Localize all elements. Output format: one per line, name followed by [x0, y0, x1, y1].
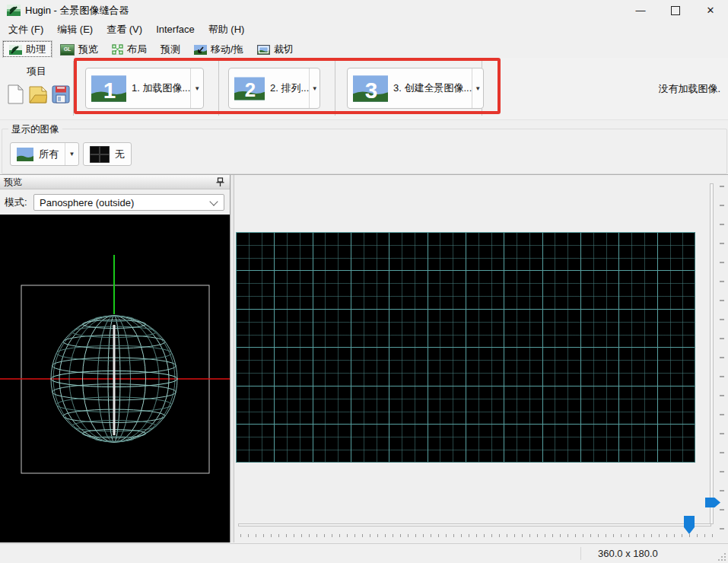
all-images-landscape-icon [17, 148, 33, 161]
menu-help[interactable]: 帮助 (H) [202, 21, 252, 39]
horizontal-ruler-ticks [240, 534, 717, 537]
step2-landscape-icon: 2 [234, 76, 265, 101]
statusbar-divider [580, 547, 581, 560]
show-all-main[interactable]: 所有 [11, 143, 65, 165]
menu-interface[interactable]: Interface [149, 21, 202, 37]
panorama-size-text: 360.0 x 180.0 [598, 548, 658, 559]
show-none-main[interactable]: 无 [84, 143, 131, 165]
pin-icon[interactable] [216, 177, 224, 189]
step1-landscape-icon: 1 [91, 75, 126, 102]
menu-view[interactable]: 查看 (V) [100, 21, 149, 39]
svg-text:2: 2 [245, 79, 256, 100]
maximize-icon [671, 6, 680, 15]
assistant-toolbar: 项目 [0, 58, 728, 120]
layout-icon [112, 44, 123, 55]
tab-label: 裁切 [274, 43, 294, 56]
step1-main[interactable]: 1 1. 加载图像... [86, 68, 190, 108]
statusbar: 360.0 x 180.0 [0, 543, 728, 563]
show-all-dropdown-arrow[interactable]: ▼ [65, 143, 78, 165]
menu-edit[interactable]: 编辑 (E) [50, 21, 100, 39]
tabbar: 助理 GL 预览 布局 预测 [0, 38, 728, 58]
show-none-label: 无 [115, 148, 125, 161]
tab-crop[interactable]: 裁切 [251, 41, 300, 58]
minimize-button[interactable]: — [623, 0, 658, 21]
new-project-button[interactable] [5, 84, 26, 105]
show-all-label: 所有 [39, 148, 59, 161]
step2-main[interactable]: 2 2. 排列... [229, 68, 309, 108]
move-drag-icon [194, 45, 207, 55]
window-controls: — ✕ [623, 0, 728, 21]
toolbar-separator [335, 61, 335, 116]
preview-panel-header: 预览 [0, 175, 230, 189]
tab-move-drag[interactable]: 移动/拖 [188, 41, 250, 58]
hugin-window: Hugin - 全景图像缝合器 — ✕ 文件 (F) 编辑 (E) 查看 (V)… [0, 0, 728, 563]
save-project-button[interactable] [50, 84, 72, 105]
step3-dropdown-arrow[interactable]: ▼ [472, 68, 483, 108]
tab-preview-gl[interactable]: GL 预览 [54, 41, 104, 58]
step2-label: 2. 排列... [270, 81, 309, 95]
window-title: Hugin - 全景图像缝合器 [25, 4, 129, 17]
panosphere-3d-view[interactable] [0, 215, 230, 542]
tab-layout[interactable]: 布局 [106, 41, 153, 58]
displayed-images-group: 显示的图像 所有 ▼ 无 [2, 129, 727, 174]
projection-mode-value: Panosphere (outside) [34, 197, 134, 208]
maximize-button[interactable] [658, 0, 693, 21]
no-images-status-text: 没有加载图像. [658, 82, 720, 96]
vertical-ruler-ticks [720, 186, 724, 533]
step1-label: 1. 加载图像... [132, 81, 190, 95]
tab-label: 助理 [26, 43, 46, 56]
preview-panel-title: 预览 [4, 176, 22, 189]
tab-assistant[interactable]: 助理 [2, 40, 52, 58]
open-project-button[interactable] [27, 84, 49, 105]
step3-create-panorama-button[interactable]: 3 3. 创建全景图像... ▼ [347, 68, 484, 109]
step2-align-button[interactable]: 2 2. 排列... ▼ [228, 68, 320, 109]
tab-projection[interactable]: 预测 [154, 41, 186, 58]
tab-label: 移动/拖 [211, 43, 243, 56]
none-images-grid-icon [90, 146, 110, 163]
minimize-icon: — [636, 5, 646, 16]
titlebar: Hugin - 全景图像缝合器 — ✕ [0, 0, 728, 21]
mode-row: 模式: Panosphere (outside) [0, 189, 230, 215]
hugin-logo-icon [7, 5, 21, 16]
svg-text:3: 3 [365, 77, 378, 101]
new-file-icon [7, 84, 24, 104]
resize-grip[interactable] [718, 553, 726, 561]
mode-label: 模式: [5, 196, 27, 209]
menubar: 文件 (F) 编辑 (E) 查看 (V) Interface 帮助 (H) [0, 21, 728, 38]
displayed-images-label: 显示的图像 [8, 123, 62, 136]
tab-label: 预测 [161, 43, 180, 56]
show-none-images-button[interactable]: 无 [83, 142, 132, 166]
assistant-dragonfly-icon [9, 45, 22, 55]
panorama-grid-preview[interactable] [236, 232, 695, 463]
project-group-label: 项目 [6, 65, 67, 78]
opengl-icon: GL [60, 44, 75, 56]
tab-label: 预览 [78, 43, 98, 56]
vertical-slider-track[interactable] [710, 183, 714, 524]
chevron-down-icon [209, 197, 218, 205]
close-button[interactable]: ✕ [693, 0, 728, 21]
crop-icon [257, 45, 270, 55]
horizontal-slider-track[interactable] [238, 523, 711, 526]
step3-landscape-icon: 3 [353, 75, 388, 102]
save-floppy-icon [52, 85, 70, 103]
tab-label: 布局 [127, 43, 147, 56]
menu-file[interactable]: 文件 (F) [2, 21, 50, 39]
svg-text:1: 1 [103, 77, 116, 101]
toolbar-separator [73, 61, 74, 116]
step2-dropdown-arrow[interactable]: ▼ [309, 68, 319, 108]
close-icon: ✕ [707, 5, 715, 16]
step3-main[interactable]: 3 3. 创建全景图像... [348, 68, 472, 108]
step3-label: 3. 创建全景图像... [393, 81, 472, 95]
step1-load-images-button[interactable]: 1 1. 加载图像... ▼ [85, 68, 204, 109]
open-folder-icon [29, 85, 47, 104]
projection-mode-select[interactable]: Panosphere (outside) [33, 194, 224, 211]
step1-dropdown-arrow[interactable]: ▼ [190, 68, 203, 108]
toolbar-separator [218, 61, 219, 116]
show-all-images-button[interactable]: 所有 ▼ [10, 142, 79, 166]
